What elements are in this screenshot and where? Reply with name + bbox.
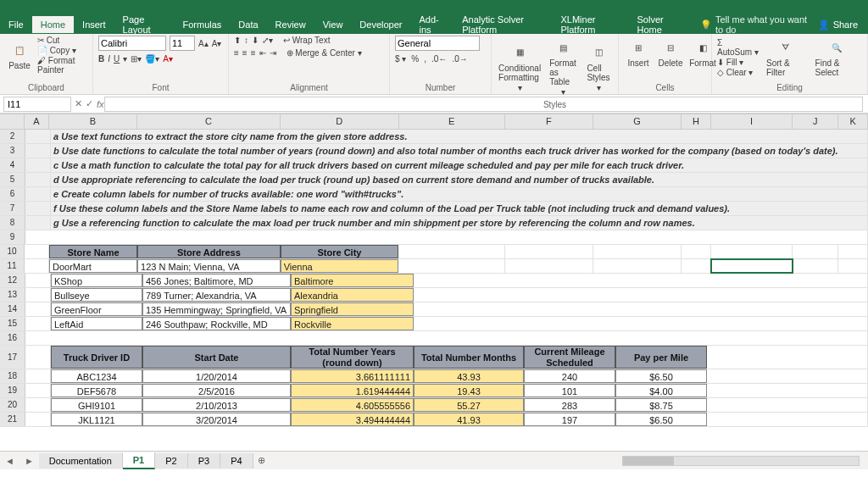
table-cell[interactable]: 246 Southpaw; Rockville, MD: [142, 317, 291, 330]
table-cell[interactable]: 123 N Main; Vienna, VA: [137, 259, 281, 273]
align-center-button[interactable]: ≡: [242, 48, 248, 58]
table-cell[interactable]: 43.93: [414, 369, 524, 383]
tab-review[interactable]: Review: [267, 16, 314, 33]
col-header[interactable]: J: [793, 114, 838, 129]
tell-me-search[interactable]: 💡Tell me what you want to do: [700, 14, 808, 35]
table-cell[interactable]: $8.75: [615, 398, 707, 412]
paste-button[interactable]: 📋Paste: [5, 38, 34, 72]
table-cell[interactable]: 41.93: [414, 413, 524, 426]
table-cell[interactable]: 3/20/2014: [142, 413, 291, 426]
row-header[interactable]: 2: [0, 130, 25, 143]
currency-button[interactable]: $ ▾: [395, 54, 406, 64]
row-header[interactable]: 6: [0, 187, 25, 201]
col-header[interactable]: K: [838, 114, 868, 129]
row-header[interactable]: 5: [0, 173, 25, 186]
wrap-text-button[interactable]: ↩ Wrap Text: [283, 36, 330, 45]
align-middle-button[interactable]: ↕: [244, 36, 248, 45]
row-header[interactable]: 19: [0, 384, 25, 397]
table-cell[interactable]: 3.494444444: [291, 413, 414, 426]
table-cell[interactable]: 101: [524, 384, 615, 397]
comma-button[interactable]: ,: [424, 54, 426, 64]
row-header[interactable]: 21: [0, 413, 25, 426]
table-cell[interactable]: Springfield: [291, 302, 414, 316]
row-header[interactable]: 16: [0, 331, 25, 345]
cut-button[interactable]: ✂ Cut: [37, 36, 87, 45]
sheet-nav-next[interactable]: ►: [19, 456, 39, 466]
table-cell[interactable]: Bullseye: [51, 288, 142, 302]
sheet-tab-p1[interactable]: P1: [123, 452, 155, 469]
align-bottom-button[interactable]: ⬇: [252, 36, 259, 45]
table-cell[interactable]: 2/5/2016: [142, 384, 291, 397]
border-button[interactable]: ⊞▾: [131, 54, 142, 64]
row-header[interactable]: 3: [0, 144, 25, 158]
col-header[interactable]: C: [137, 114, 281, 129]
font-size-select[interactable]: [170, 36, 195, 51]
sheet-tab-p2[interactable]: P2: [155, 453, 187, 469]
shrink-font-button[interactable]: A▾: [212, 39, 222, 48]
table-cell[interactable]: 55.27: [414, 398, 524, 412]
table-cell[interactable]: LeftAid: [51, 317, 142, 330]
fill-color-button[interactable]: 🪣▾: [145, 54, 159, 64]
format-as-table-button[interactable]: ▤Format as Table▾: [546, 36, 581, 98]
inc-decimal-button[interactable]: .0←: [431, 54, 447, 64]
format-painter-button[interactable]: 🖌 Format Painter: [37, 56, 87, 75]
sort-filter-button[interactable]: ᗊSort & Filter: [763, 36, 809, 79]
table-cell[interactable]: 1.619444444: [291, 384, 414, 397]
sheet-tab-p4[interactable]: P4: [220, 453, 253, 469]
table-cell[interactable]: 197: [524, 413, 615, 426]
clear-button[interactable]: ◇ Clear ▾: [717, 68, 760, 77]
table-cell[interactable]: GHI9101: [51, 398, 142, 412]
table-cell[interactable]: Vienna: [281, 259, 399, 273]
table-cell[interactable]: GreenFloor: [51, 302, 142, 316]
table-cell[interactable]: $6.50: [615, 369, 707, 383]
table-cell[interactable]: Alexandria: [291, 288, 414, 302]
table-cell[interactable]: ABC1234: [51, 369, 142, 383]
row-header[interactable]: 20: [0, 398, 25, 412]
conditional-formatting-button[interactable]: ▦Conditional Formatting▾: [497, 41, 542, 94]
table-cell[interactable]: KShop: [51, 274, 142, 287]
indent-inc-button[interactable]: ⇥: [270, 48, 276, 58]
table-cell[interactable]: DEF5678: [51, 384, 142, 397]
align-left-button[interactable]: ≡: [234, 48, 239, 58]
autosum-button[interactable]: Σ AutoSum ▾: [717, 38, 760, 57]
table-cell[interactable]: 456 Jones; Baltimore, MD: [142, 274, 291, 287]
row-header[interactable]: 14: [0, 302, 25, 316]
table-cell[interactable]: Baltimore: [291, 274, 414, 287]
sheet-tab-documentation[interactable]: Documentation: [39, 453, 123, 469]
cancel-formula-icon[interactable]: ✕: [75, 98, 82, 109]
align-right-button[interactable]: ≡: [251, 48, 256, 58]
row-header[interactable]: 11: [0, 259, 25, 273]
worksheet[interactable]: A B C D E F G H I J K 2a Use text functi…: [0, 114, 868, 469]
table-cell[interactable]: 4.605555556: [291, 398, 414, 412]
table-cell[interactable]: 283: [524, 398, 615, 412]
tab-data[interactable]: Data: [230, 16, 266, 33]
underline-button[interactable]: U: [114, 54, 120, 64]
grow-font-button[interactable]: A▴: [198, 39, 209, 48]
table-cell[interactable]: 789 Turner; Alexandria, VA: [142, 288, 291, 302]
cell-styles-button[interactable]: ◫Cell Styles▾: [584, 41, 613, 94]
col-header[interactable]: A: [25, 114, 49, 129]
dec-decimal-button[interactable]: .0→: [452, 54, 467, 64]
copy-button[interactable]: 📄 Copy ▾: [37, 46, 87, 55]
fx-icon[interactable]: fx: [97, 99, 104, 109]
col-header[interactable]: B: [49, 114, 137, 129]
table-cell[interactable]: Rockville: [291, 317, 414, 330]
table-cell[interactable]: $6.50: [615, 413, 707, 426]
indent-dec-button[interactable]: ⇤: [259, 48, 266, 58]
col-header[interactable]: I: [711, 114, 793, 129]
table-cell[interactable]: 240: [524, 369, 615, 383]
merge-center-button[interactable]: ⊕ Merge & Center ▾: [287, 48, 362, 58]
orientation-button[interactable]: ⤢▾: [262, 36, 273, 45]
col-header[interactable]: E: [399, 114, 505, 129]
name-box[interactable]: I11: [3, 97, 71, 112]
tab-formulas[interactable]: Formulas: [175, 16, 231, 33]
table-cell[interactable]: JKL1121: [51, 413, 142, 426]
row-header[interactable]: 8: [0, 216, 25, 230]
share-button[interactable]: 👤Share: [808, 16, 868, 34]
tab-developer[interactable]: Developer: [351, 16, 410, 33]
tab-home[interactable]: Home: [32, 16, 74, 33]
number-format-select[interactable]: [395, 36, 480, 51]
table-cell[interactable]: 2/10/2013: [142, 398, 291, 412]
sheet-nav-prev[interactable]: ◄: [0, 456, 19, 466]
table-cell[interactable]: 1/20/2014: [142, 369, 291, 383]
